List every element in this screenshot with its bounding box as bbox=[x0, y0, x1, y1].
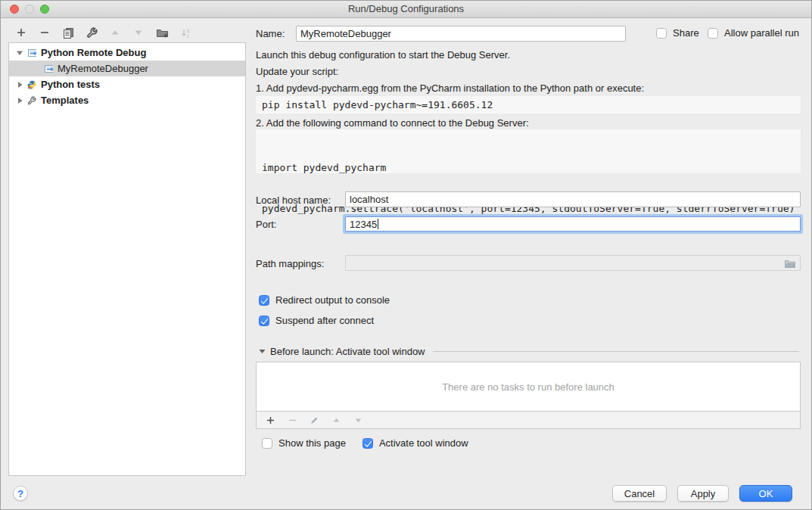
minimize-icon bbox=[25, 5, 34, 14]
configurations-toolbar: az bbox=[14, 23, 192, 42]
svg-text:z: z bbox=[186, 33, 189, 39]
tree-item-label: Python tests bbox=[39, 79, 100, 90]
settrace-code: import pydevd_pycharm pydevd_pycharm.set… bbox=[256, 129, 801, 173]
tree-item-label: Python Remote Debug bbox=[39, 47, 146, 58]
allow-parallel-row: Allow parallel run bbox=[708, 27, 799, 39]
section-collapse-icon[interactable] bbox=[259, 346, 266, 357]
section-divider bbox=[433, 351, 799, 352]
move-down-icon bbox=[132, 26, 145, 39]
local-host-name-label: Local host name: bbox=[256, 194, 331, 206]
activate-tool-window-label: Activate tool window bbox=[379, 437, 468, 449]
traffic-lights bbox=[10, 5, 49, 14]
python-tests-icon bbox=[27, 80, 36, 89]
path-mappings-field bbox=[345, 255, 801, 271]
empty-tasks-message: There are no tasks to run before launch bbox=[442, 381, 614, 393]
run-config-icon bbox=[44, 64, 53, 73]
suspend-after-connect-label: Suspend after connect bbox=[275, 315, 374, 326]
suspend-after-connect-row: Suspend after connect bbox=[259, 315, 374, 326]
path-mappings-label: Path mappings: bbox=[256, 258, 324, 269]
tree-item-label: MyRemoteDebugger bbox=[56, 63, 148, 74]
share-row: Share bbox=[656, 27, 699, 39]
name-label: Name: bbox=[256, 28, 285, 39]
tree-item-python-remote-debug[interactable]: Python Remote Debug bbox=[9, 45, 245, 61]
before-launch-header[interactable]: Before launch: Activate tool window bbox=[259, 346, 799, 357]
move-task-up-icon bbox=[329, 413, 343, 427]
settrace-code-line1: import pydevd_pycharm bbox=[262, 161, 801, 175]
zoom-icon[interactable] bbox=[40, 5, 49, 14]
sort-alphabetically-icon: az bbox=[179, 26, 192, 39]
show-this-page-checkbox[interactable] bbox=[262, 438, 272, 449]
chevron-collapsed-icon[interactable] bbox=[15, 80, 24, 89]
update-script-text: Update your script: bbox=[256, 66, 338, 77]
intro-text: Launch this debug configuration to start… bbox=[256, 49, 510, 61]
run-config-icon bbox=[27, 48, 36, 58]
browse-folder-icon[interactable] bbox=[782, 257, 798, 269]
pip-install-code: pip install pydevd-pycharm~=191.6605.12 bbox=[256, 96, 801, 114]
cancel-button[interactable]: Cancel bbox=[612, 485, 667, 502]
chevron-expanded-icon[interactable] bbox=[15, 48, 24, 58]
add-icon[interactable] bbox=[14, 26, 28, 39]
activate-tool-window-checkbox[interactable] bbox=[362, 438, 373, 449]
tree-item-templates[interactable]: Templates bbox=[9, 92, 245, 108]
redirect-output-row: Redirect output to console bbox=[259, 294, 390, 306]
before-launch-title: Before launch: Activate tool window bbox=[270, 346, 425, 357]
window-title: Run/Debug Configurations bbox=[1, 1, 811, 17]
share-checkbox[interactable] bbox=[656, 28, 667, 39]
apply-button[interactable]: Apply bbox=[677, 485, 729, 502]
remove-icon[interactable] bbox=[38, 26, 51, 39]
run-debug-configurations-dialog: Run/Debug Configurations az Python Remot… bbox=[0, 0, 812, 510]
tree-item-label: Templates bbox=[39, 95, 89, 106]
tasks-toolbar bbox=[256, 412, 801, 429]
add-task-icon[interactable] bbox=[263, 413, 277, 427]
step1-text: 1. Add pydevd-pycharm.egg from the PyCha… bbox=[256, 82, 644, 94]
move-task-down-icon bbox=[351, 413, 365, 427]
edit-task-icon bbox=[307, 413, 321, 427]
share-label: Share bbox=[673, 27, 699, 39]
allow-parallel-run-checkbox[interactable] bbox=[708, 28, 718, 39]
allow-parallel-run-label: Allow parallel run bbox=[724, 27, 799, 39]
tree-item-myremotedebugger[interactable]: MyRemoteDebugger bbox=[9, 61, 245, 76]
name-input[interactable] bbox=[296, 26, 626, 42]
title-bar: Run/Debug Configurations bbox=[1, 1, 811, 18]
suspend-after-connect-checkbox[interactable] bbox=[259, 316, 269, 326]
port-input[interactable] bbox=[345, 216, 801, 232]
copy-icon[interactable] bbox=[61, 26, 75, 39]
help-button[interactable]: ? bbox=[13, 486, 28, 501]
text-cursor bbox=[378, 219, 378, 229]
redirect-output-label: Redirect output to console bbox=[275, 294, 390, 306]
move-up-icon bbox=[108, 26, 122, 39]
local-host-name-input[interactable] bbox=[345, 191, 801, 207]
dialog-buttons: Cancel Apply OK bbox=[612, 485, 792, 502]
chevron-collapsed-icon[interactable] bbox=[15, 96, 24, 105]
step2-text: 2. Add the following command to connect … bbox=[256, 117, 529, 129]
remove-task-icon bbox=[285, 413, 299, 427]
ok-button[interactable]: OK bbox=[739, 485, 792, 502]
show-this-page-row: Show this page Activate tool window bbox=[262, 437, 468, 449]
new-folder-icon[interactable] bbox=[155, 26, 169, 39]
svg-text:a: a bbox=[186, 27, 189, 33]
show-this-page-label: Show this page bbox=[278, 437, 346, 449]
before-launch-task-list[interactable]: There are no tasks to run before launch bbox=[256, 362, 801, 412]
close-icon[interactable] bbox=[10, 5, 19, 14]
wrench-icon bbox=[27, 96, 36, 105]
configurations-tree: Python Remote Debug MyRemoteDebugger Pyt… bbox=[8, 42, 246, 476]
port-label: Port: bbox=[256, 219, 276, 230]
edit-templates-icon[interactable] bbox=[85, 26, 98, 39]
tree-item-python-tests[interactable]: Python tests bbox=[9, 76, 245, 92]
redirect-output-checkbox[interactable] bbox=[259, 295, 269, 306]
